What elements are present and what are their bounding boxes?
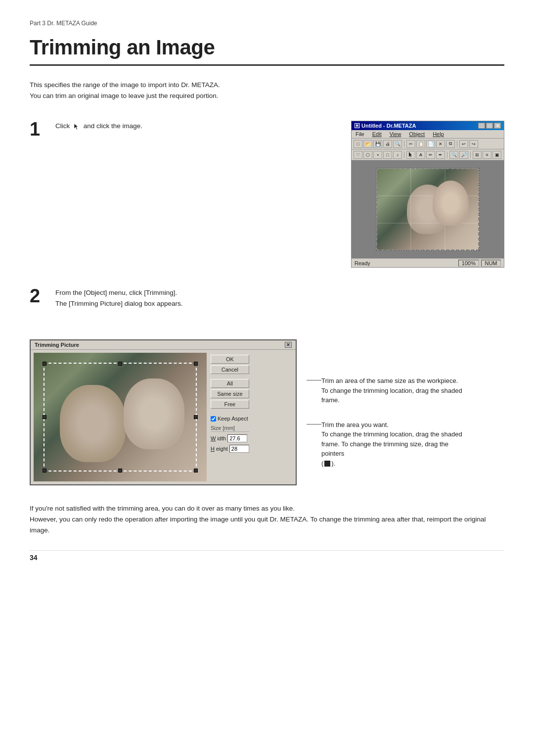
tb-delete[interactable]: ✕ xyxy=(436,140,445,148)
metaza-window-buttons: _ □ ✕ xyxy=(478,123,501,129)
annotations: Trim an area of the same size as the wor… xyxy=(307,331,470,483)
breadcrumb: Part 3 Dr. METAZA Guide xyxy=(30,20,504,27)
dialog-section: Trimming Picture ✕ xyxy=(30,331,504,485)
all-button[interactable]: All xyxy=(211,379,249,388)
metaza-titlebar: 🄼 Untitled - Dr.METAZA _ □ ✕ xyxy=(352,121,504,130)
tb-magnify[interactable]: 🔍 xyxy=(449,151,458,159)
trimming-picture-dialog: Trimming Picture ✕ xyxy=(30,339,297,485)
step1-text: Click and click the image. xyxy=(55,121,336,132)
tb-heart[interactable]: ♡ xyxy=(354,151,362,159)
step2-line1: From the [Object] menu, click [Trimming]… xyxy=(55,287,504,298)
tb-search[interactable]: 🔍 xyxy=(393,140,402,148)
keep-aspect-label: Keep Aspect xyxy=(218,416,248,422)
tb-redo[interactable]: ↪ xyxy=(469,140,478,148)
status-num: NUM xyxy=(481,260,501,267)
tb-rect[interactable]: □ xyxy=(383,151,392,159)
handle-top-right[interactable] xyxy=(194,362,198,366)
step1-layout: Click and click the image. 🄼 xyxy=(55,121,504,268)
metaza-window-title: Untitled - Dr.METAZA xyxy=(361,123,416,129)
width-input[interactable]: 27.6 xyxy=(227,434,247,442)
height-input[interactable]: 28 xyxy=(229,445,249,453)
step2-number: 2 xyxy=(30,286,55,305)
tb-text[interactable]: A xyxy=(416,151,425,159)
tb-sep1 xyxy=(404,141,404,147)
page-title: Trimming an Image xyxy=(30,36,504,66)
tb-save[interactable]: 💾 xyxy=(373,140,382,148)
tb-print[interactable]: 🖨 xyxy=(383,140,392,148)
status-ready: Ready xyxy=(355,260,370,266)
metaza-canvas xyxy=(352,160,504,258)
step1-number: 1 xyxy=(30,120,55,139)
tb-sep3 xyxy=(404,151,404,158)
tb-open[interactable]: 📂 xyxy=(363,140,372,148)
trimming-close-button[interactable]: ✕ xyxy=(285,342,292,348)
black-square-icon: (). xyxy=(321,460,335,467)
intro-line1: This specifies the range of the image to… xyxy=(30,80,504,91)
svg-marker-1 xyxy=(409,152,412,157)
keep-aspect-checkbox[interactable] xyxy=(211,416,216,422)
tb-copy[interactable]: 📋 xyxy=(416,140,425,148)
same-size-button[interactable]: Same size xyxy=(211,389,249,398)
cancel-button[interactable]: Cancel xyxy=(211,365,249,374)
tb-undo[interactable]: ↩ xyxy=(459,140,468,148)
tb-pencil[interactable]: ✒ xyxy=(436,151,445,159)
width-label: W xyxy=(211,435,216,441)
tb-new[interactable]: □ xyxy=(354,140,362,148)
handle-bottom-right[interactable] xyxy=(194,469,198,472)
ok-button[interactable]: OK xyxy=(211,355,249,364)
tb-sep4 xyxy=(447,151,447,158)
status-right: 100% NUM xyxy=(458,260,501,267)
annotation2: Trim the area you want. To change the tr… xyxy=(307,420,470,469)
free-button[interactable]: Free xyxy=(211,400,249,409)
tb-square[interactable]: ▪ xyxy=(373,151,382,159)
tb-duplicate[interactable]: ⧉ xyxy=(446,140,455,148)
trimming-photo xyxy=(34,353,207,481)
height-label-rest: eight xyxy=(216,446,228,452)
tb-note[interactable]: ♪ xyxy=(393,151,402,159)
status-zoom: 100% xyxy=(458,260,479,267)
tb-lines[interactable]: ≡ xyxy=(483,151,491,159)
handle-top-mid[interactable] xyxy=(118,362,122,366)
handle-bottom-left[interactable] xyxy=(43,469,46,472)
tb-sep2 xyxy=(457,141,457,147)
trimming-titlebar: Trimming Picture ✕ xyxy=(31,340,296,350)
cursor-icon xyxy=(73,123,80,130)
minimize-button[interactable]: _ xyxy=(478,123,485,129)
menu-file[interactable]: File xyxy=(354,131,366,138)
footer-line2: However, you can only redo the operation… xyxy=(30,514,504,535)
page: Part 3 Dr. METAZA Guide Trimming an Imag… xyxy=(0,0,534,756)
tb-frame[interactable]: ▣ xyxy=(492,151,501,159)
menu-help[interactable]: Help xyxy=(431,131,446,138)
annotation2-line xyxy=(307,424,321,425)
metaza-statusbar: Ready 100% NUM xyxy=(352,258,504,267)
handle-mid-left[interactable] xyxy=(43,415,46,419)
footer-line1: If you're not satisfied with the trimmin… xyxy=(30,503,504,514)
metaza-toolbar2: ♡ ⬡ ▪ □ ♪ A ✏ xyxy=(352,149,504,160)
trimming-dialog-title: Trimming Picture xyxy=(35,342,79,348)
tb-select[interactable] xyxy=(406,151,415,159)
metaza-toolbar1: □ 📂 💾 🖨 🔍 ✂ 📋 📄 ✕ ⧉ ↩ xyxy=(352,139,504,149)
height-label: H xyxy=(211,446,215,452)
tb-paste-icon[interactable]: 📄 xyxy=(426,140,435,148)
tb-stamp[interactable]: ⬡ xyxy=(363,151,372,159)
handle-top-left[interactable] xyxy=(43,362,46,366)
menu-object[interactable]: Object xyxy=(407,131,427,138)
step1-row: 1 Click and click the image. xyxy=(30,119,504,268)
handle-mid-right[interactable] xyxy=(194,415,198,419)
tb-zoom-tool[interactable]: 🔎 xyxy=(459,151,468,159)
close-button[interactable]: ✕ xyxy=(494,123,501,129)
selection-border xyxy=(376,168,479,250)
trimming-controls: OK Cancel All Same size Free Keep Aspect… xyxy=(211,353,249,481)
step1-left: Click and click the image. xyxy=(55,121,336,137)
handle-bottom-mid[interactable] xyxy=(118,469,122,472)
page-number: 34 xyxy=(30,550,504,562)
height-row: Height 28 xyxy=(211,445,249,453)
menu-view[interactable]: View xyxy=(388,131,403,138)
menu-edit[interactable]: Edit xyxy=(370,131,384,138)
tb-cut[interactable]: ✂ xyxy=(406,140,415,148)
tb-sep5 xyxy=(470,151,471,158)
maximize-button[interactable]: □ xyxy=(486,123,493,129)
tb-grid[interactable]: ⊞ xyxy=(473,151,482,159)
metaza-menubar: File Edit View Object Help xyxy=(352,130,504,139)
tb-brush[interactable]: ✏ xyxy=(426,151,435,159)
